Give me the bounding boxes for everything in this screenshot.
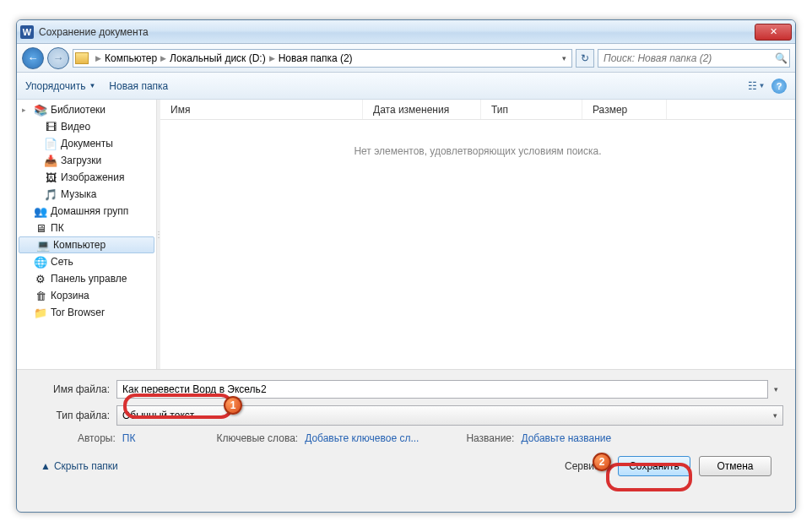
col-date[interactable]: Дата изменения — [363, 100, 481, 119]
column-headers: Имя Дата изменения Тип Размер — [160, 100, 795, 120]
empty-message: Нет элементов, удовлетворяющих условиям … — [160, 145, 795, 157]
label: ПК — [51, 222, 64, 234]
label: Панель управле — [51, 273, 127, 285]
toolbar: Упорядочить▼ Новая папка ☷ ▼ ? — [17, 73, 795, 100]
search-input[interactable] — [598, 52, 772, 64]
label: Сеть — [51, 256, 73, 268]
crumb-label: Компьютер — [105, 52, 157, 64]
filename-input[interactable] — [116, 380, 768, 399]
crumb-computer[interactable]: ▶Компьютер — [92, 52, 157, 64]
col-name[interactable]: Имя — [160, 100, 363, 119]
address-bar[interactable]: ▶Компьютер ▶Локальный диск (D:) ▶Новая п… — [73, 49, 572, 68]
crumb-label: Новая папка (2) — [279, 52, 353, 64]
filename-label: Имя файла: — [29, 383, 116, 395]
sidebar-item-images[interactable]: 🖼Изображения — [17, 169, 156, 186]
sidebar-network[interactable]: 🌐Сеть — [17, 253, 156, 270]
address-dropdown[interactable]: ▾ — [559, 54, 570, 62]
forward-button[interactable]: → — [47, 47, 69, 69]
title-label: Название: — [466, 432, 514, 444]
download-icon: 📥 — [44, 154, 57, 167]
save-button[interactable]: Сохранить — [618, 456, 690, 476]
file-area: Имя Дата изменения Тип Размер Нет элемен… — [160, 100, 795, 369]
word-icon: W — [20, 25, 34, 39]
label: Музыка — [61, 188, 96, 200]
authors-value[interactable]: ПК — [122, 432, 136, 444]
label: Видео — [61, 121, 90, 133]
music-icon: 🎵 — [44, 187, 57, 201]
keywords-label: Ключевые слова: — [216, 432, 298, 444]
col-size[interactable]: Размер — [582, 100, 667, 119]
label: Библиотеки — [51, 104, 106, 116]
sidebar-control[interactable]: ⚙Панель управле — [17, 270, 156, 287]
bottom-panel: Имя файла: ▾ Тип файла: Обычный текст ▾ … — [17, 370, 795, 485]
label: Tor Browser — [51, 307, 105, 318]
organize-button[interactable]: Упорядочить▼ — [25, 80, 95, 92]
hide-folders-button[interactable]: ▲Скрыть папки — [41, 460, 118, 472]
sidebar: ▸📚Библиотеки 🎞Видео 📄Документы 📥Загрузки… — [17, 100, 157, 369]
sidebar-item-documents[interactable]: 📄Документы — [17, 135, 156, 152]
chevron-down-icon: ▾ — [773, 411, 777, 420]
search-box[interactable]: 🔍 — [598, 49, 790, 68]
nav-bar: ← → ▶Компьютер ▶Локальный диск (D:) ▶Нов… — [17, 44, 795, 73]
sidebar-item-music[interactable]: 🎵Музыка — [17, 186, 156, 203]
crumb-label: Локальный диск (D:) — [170, 52, 266, 64]
crumb-drive[interactable]: ▶Локальный диск (D:) — [157, 52, 266, 64]
col-type[interactable]: Тип — [481, 100, 582, 119]
sidebar-item-downloads[interactable]: 📥Загрузки — [17, 152, 156, 169]
sidebar-libraries[interactable]: ▸📚Библиотеки — [17, 101, 156, 118]
label: Скрыть папки — [54, 460, 118, 472]
marker-1: 1 — [224, 396, 242, 415]
label: Изображения — [61, 171, 124, 183]
sidebar-tor[interactable]: 📁Tor Browser — [17, 304, 156, 321]
label: Документы — [61, 138, 113, 149]
marker-2: 2 — [593, 453, 611, 471]
refresh-button[interactable]: ↻ — [576, 49, 594, 68]
sidebar-item-video[interactable]: 🎞Видео — [17, 118, 156, 135]
meta-row: Авторы: ПК Ключевые слова: Добавьте ключ… — [29, 432, 783, 444]
label: Компьютер — [53, 239, 106, 251]
keywords-value[interactable]: Добавьте ключевое сл... — [305, 432, 419, 444]
new-folder-button[interactable]: Новая папка — [109, 80, 168, 92]
close-button[interactable]: ✕ — [755, 24, 792, 41]
save-dialog: W Сохранение документа ✕ ← → ▶Компьютер … — [16, 19, 796, 513]
cancel-button[interactable]: Отмена — [699, 456, 771, 476]
body: ▸📚Библиотеки 🎞Видео 📄Документы 📥Загрузки… — [17, 100, 795, 370]
image-icon: 🖼 — [44, 171, 57, 184]
doc-icon: 📄 — [44, 137, 57, 150]
filename-dropdown[interactable]: ▾ — [768, 385, 783, 394]
authors-label: Авторы: — [78, 432, 116, 444]
filetype-label: Тип файла: — [29, 410, 116, 421]
footer: ▲Скрыть папки Сервис▼ Сохранить Отмена — [29, 444, 783, 476]
chevron-up-icon: ▲ — [41, 460, 51, 472]
title-value[interactable]: Добавьте название — [521, 432, 611, 444]
back-button[interactable]: ← — [22, 47, 44, 69]
sidebar-pc[interactable]: 🖥ПК — [17, 220, 156, 236]
help-button[interactable]: ? — [771, 79, 787, 94]
label: Загрузки — [61, 155, 101, 166]
filetype-combo[interactable]: Обычный текст ▾ — [116, 405, 783, 426]
filetype-value: Обычный текст — [122, 410, 194, 421]
search-icon[interactable]: 🔍 — [772, 52, 789, 64]
sidebar-recycle[interactable]: 🗑Корзина — [17, 287, 156, 304]
organize-label: Упорядочить — [25, 80, 85, 92]
sidebar-computer[interactable]: 💻Компьютер — [19, 236, 154, 253]
view-mode-button[interactable]: ☷ ▼ — [744, 78, 768, 95]
crumb-folder[interactable]: ▶Новая папка (2) — [266, 52, 353, 64]
titlebar: W Сохранение документа ✕ — [17, 20, 795, 44]
label: Домашняя групп — [51, 205, 128, 217]
sidebar-homegroup[interactable]: 👥Домашняя групп — [17, 203, 156, 220]
video-icon: 🎞 — [44, 120, 57, 133]
window-title: Сохранение документа — [39, 26, 755, 38]
folder-icon — [75, 52, 89, 64]
label: Корзина — [51, 290, 89, 301]
